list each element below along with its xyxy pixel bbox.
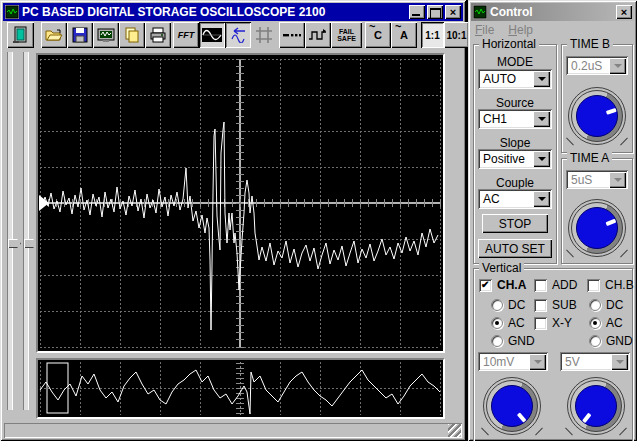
chevron-down-icon	[609, 58, 626, 74]
cha-dc-radio[interactable]: DC	[491, 298, 525, 312]
exit-button[interactable]	[7, 22, 34, 48]
mode-select[interactable]: AUTO	[478, 69, 552, 89]
maximize-button[interactable]	[427, 5, 443, 19]
stop-button[interactable]: STOP	[482, 214, 548, 233]
chevron-down-icon[interactable]	[533, 191, 550, 207]
calibrate-c-button[interactable]: ~C	[365, 22, 391, 48]
probe-10to1-button[interactable]: 10:1	[444, 22, 469, 48]
cha-range-select[interactable]: 10mV	[478, 352, 548, 371]
cha-slider-thumb[interactable]	[8, 239, 21, 248]
save-floppy-icon	[72, 27, 88, 43]
menu-help[interactable]: Help	[508, 23, 533, 37]
checkbox-box	[534, 279, 547, 292]
radio-dot	[589, 317, 601, 329]
sine-wave-icon	[202, 28, 222, 42]
time-a-knob[interactable]	[568, 199, 626, 257]
vertical-group-label: Vertical	[479, 261, 524, 275]
waveform-mode-button[interactable]	[199, 22, 225, 48]
screen-capture-icon	[97, 27, 115, 43]
chevron-down-icon[interactable]	[533, 151, 550, 167]
time-b-select[interactable]: 0.2uS	[566, 56, 628, 75]
calibrate-a-button[interactable]: ~A	[391, 22, 417, 48]
chb-position-slider[interactable]	[23, 52, 29, 410]
dashed-line-icon	[283, 31, 301, 39]
source-label: Source	[474, 96, 556, 110]
cha-checkbox[interactable]: CH.A	[479, 278, 526, 292]
chb-ac-radio[interactable]: AC	[589, 316, 623, 330]
resize-grip-icon[interactable]	[448, 424, 461, 437]
main-titlebar[interactable]: PC BASED DIGITAL STORAGE OSCILLOSCOPE 21…	[3, 3, 463, 21]
chevron-down-icon[interactable]	[533, 71, 550, 87]
slope-select[interactable]: Positive	[478, 149, 552, 169]
chb-gnd-radio[interactable]: GND	[589, 334, 633, 348]
exit-icon	[11, 25, 31, 45]
oscilloscope-app-icon	[5, 5, 19, 19]
close-icon: ×	[621, 7, 627, 17]
control-titlebar[interactable]: Control ×	[471, 3, 634, 21]
wave-over-c-icon: ~C	[374, 29, 382, 41]
chb-checkbox[interactable]: CH.B	[587, 278, 634, 292]
horizontal-group: Horizontal MODE AUTO Source CH1 Slope Po…	[473, 44, 557, 264]
save-button[interactable]	[67, 22, 93, 48]
overview-waveform	[38, 360, 443, 417]
toolbar: FFT	[3, 21, 463, 50]
time-b-group: TIME B 0.2uS	[561, 44, 633, 153]
main-waveform	[38, 55, 443, 351]
radio-dot	[491, 335, 503, 347]
time-a-group-label: TIME A	[567, 151, 612, 165]
checkbox-box	[479, 279, 492, 292]
copy-button[interactable]	[119, 22, 145, 48]
fail-safe-button[interactable]: FAIL SAFE	[331, 22, 362, 48]
chevron-down-icon	[529, 354, 546, 370]
mode-label: MODE	[474, 55, 556, 69]
checkbox-box	[587, 279, 600, 292]
auto-set-button[interactable]: AUTO SET	[478, 239, 552, 258]
source-select[interactable]: CH1	[478, 109, 552, 129]
chevron-down-icon	[611, 354, 628, 370]
minimize-button[interactable]	[409, 5, 425, 19]
time-b-knob[interactable]	[568, 87, 626, 145]
control-close-button[interactable]: ×	[616, 5, 632, 19]
control-window: Control × File Help Horizontal MODE AUTO…	[468, 0, 637, 441]
menu-file[interactable]: File	[475, 23, 494, 37]
checkbox-box	[534, 317, 547, 330]
sub-checkbox[interactable]: SUB	[534, 298, 577, 312]
cha-ac-radio[interactable]: AC	[491, 316, 525, 330]
menu-bar: File Help	[472, 22, 633, 38]
chevron-down-icon[interactable]	[533, 111, 550, 127]
grid-toggle-button[interactable]	[251, 22, 277, 48]
square-wave-button[interactable]	[305, 22, 331, 48]
chevron-down-icon	[609, 172, 626, 188]
time-a-select[interactable]: 5uS	[566, 170, 628, 189]
xy-checkbox[interactable]: X-Y	[534, 316, 572, 330]
grid-icon	[255, 26, 273, 44]
dotted-line-button[interactable]	[279, 22, 305, 48]
cha-gain-knob[interactable]	[483, 377, 541, 435]
window-title: PC BASED DIGITAL STORAGE OSCILLOSCOPE 21…	[22, 5, 325, 19]
probe-1to1-button[interactable]: 1:1	[421, 22, 444, 48]
print-button[interactable]	[145, 22, 171, 48]
open-button[interactable]	[41, 22, 67, 48]
printer-icon	[149, 27, 167, 43]
close-button[interactable]: ×	[445, 5, 461, 19]
radio-dot	[589, 299, 601, 311]
couple-select[interactable]: AC	[478, 189, 552, 209]
checkbox-box	[534, 299, 547, 312]
oscilloscope-window: PC BASED DIGITAL STORAGE OSCILLOSCOPE 21…	[0, 0, 466, 441]
square-wave-icon	[308, 27, 328, 43]
main-scope-display[interactable]	[36, 53, 445, 353]
radio-dot	[589, 335, 601, 347]
cha-gnd-radio[interactable]: GND	[491, 334, 535, 348]
chb-dc-radio[interactable]: DC	[589, 298, 623, 312]
add-checkbox[interactable]: ADD	[534, 278, 577, 292]
fft-button[interactable]: FFT	[173, 22, 199, 48]
time-b-group-label: TIME B	[567, 37, 613, 51]
chb-gain-knob[interactable]	[567, 377, 625, 435]
chb-range-select[interactable]: 5V	[560, 352, 630, 371]
couple-label: Couple	[474, 176, 556, 190]
overview-display[interactable]	[36, 358, 445, 419]
capture-button[interactable]	[93, 22, 119, 48]
recall-arrow-wave-icon	[228, 27, 248, 43]
cha-position-slider[interactable]	[7, 52, 13, 410]
recall-button[interactable]	[225, 22, 251, 48]
